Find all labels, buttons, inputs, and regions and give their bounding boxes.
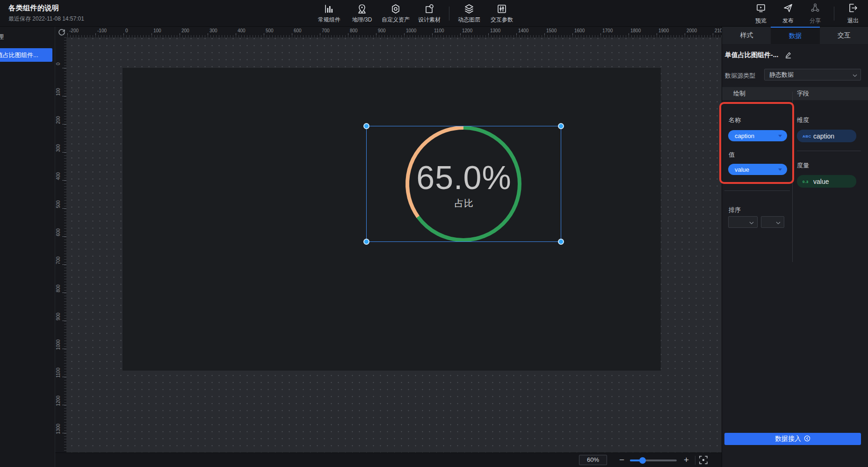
- datasource-value: 静态数据: [769, 71, 794, 79]
- map-pin-icon: [356, 3, 368, 15]
- sort-label: 排序: [729, 206, 741, 214]
- zoom-in-button[interactable]: +: [684, 453, 689, 467]
- ruler-label: 900: [378, 28, 386, 33]
- measure-chip[interactable]: 0.3 value: [797, 175, 856, 188]
- value-field-select[interactable]: value: [728, 164, 787, 175]
- ruler-label: 1300: [56, 418, 61, 440]
- caret-down-icon: [778, 168, 782, 171]
- zoom-slider-knob[interactable]: [639, 457, 646, 464]
- action-label: 预览: [755, 17, 767, 25]
- paper-plane-icon: [782, 2, 794, 15]
- edit-pencil-icon[interactable]: [785, 51, 792, 60]
- ruler-tick: [208, 33, 208, 37]
- ruler-tick: [264, 33, 264, 37]
- tab-interaction[interactable]: 交互: [820, 27, 868, 44]
- toolbar-divider: [834, 7, 834, 21]
- ruler-tick: [460, 33, 461, 37]
- layers-sidebar: 理 值占比图组件...: [0, 27, 55, 467]
- value-field-value: value: [735, 166, 749, 173]
- ruler-label: 0: [56, 53, 61, 75]
- tab-style[interactable]: 样式: [722, 27, 771, 44]
- ruler-label: 1000: [406, 28, 416, 33]
- ruler-tick: [713, 33, 713, 37]
- monitor-play-icon: [755, 2, 767, 15]
- ruler-tick: [544, 33, 545, 37]
- ruler-label: 1400: [518, 28, 528, 33]
- ruler-label: 1200: [56, 390, 61, 412]
- action-label: 退出: [847, 17, 859, 25]
- data-access-button[interactable]: 数据接入: [724, 433, 861, 445]
- tool-dynamic-layers[interactable]: 动态图层: [456, 3, 482, 24]
- subtab-draw[interactable]: 绘制: [733, 87, 745, 100]
- toolbar-center: 常规组件 地理/3D 自定义资产 设计素材: [316, 0, 515, 27]
- publish-button[interactable]: 发布: [780, 2, 796, 25]
- selection-box[interactable]: [366, 126, 561, 242]
- selection-handle-top-right[interactable]: [558, 123, 564, 129]
- name-field-value: caption: [735, 132, 754, 139]
- ruler-label: 200: [181, 28, 189, 33]
- tool-label: 交互参数: [491, 16, 513, 24]
- subtab-bar: 绘制 字段: [722, 87, 868, 100]
- last-saved-text: 最近保存 2022-11-08 14:57:01: [8, 15, 84, 23]
- subtab-fields[interactable]: 字段: [797, 87, 809, 100]
- ruler-label: 300: [56, 137, 61, 160]
- sort-field-select[interactable]: [728, 216, 758, 228]
- ruler-tick: [376, 33, 376, 37]
- selection-handle-bottom-left[interactable]: [363, 239, 369, 245]
- ruler-label: -100: [97, 28, 107, 33]
- tab-data[interactable]: 数据: [771, 27, 819, 44]
- zoom-percent-box[interactable]: 60%: [579, 455, 607, 465]
- app-window: 各类组件的说明 最近保存 2022-11-08 14:57:01 常规组件 地理…: [0, 0, 868, 467]
- toolbar-divider: [449, 7, 449, 21]
- ruler-tick: [292, 33, 292, 37]
- tool-geo-3d[interactable]: 地理/3D: [349, 3, 375, 24]
- zoom-slider[interactable]: [630, 460, 677, 461]
- ruler-tick: [62, 405, 66, 405]
- ruler-tick: [62, 321, 66, 321]
- ruler-tick: [516, 33, 517, 37]
- panel-tabs: 样式 数据 交互: [722, 27, 868, 44]
- zoom-out-button[interactable]: −: [619, 453, 624, 467]
- fit-to-screen-icon[interactable]: [698, 455, 709, 465]
- datasource-label: 数据源类型: [725, 72, 755, 80]
- tool-custom-assets[interactable]: 自定义资产: [382, 3, 410, 24]
- ruler-tick: [685, 33, 685, 37]
- exit-button[interactable]: 退出: [845, 2, 861, 25]
- name-field-select[interactable]: caption: [728, 130, 787, 141]
- dimension-label: 维度: [797, 116, 809, 124]
- ruler-tick: [180, 33, 180, 37]
- ruler-tick: [62, 292, 66, 293]
- preview-button[interactable]: 预览: [752, 2, 769, 25]
- ruler-label: 100: [153, 28, 161, 33]
- caret-down-icon: [778, 135, 782, 137]
- ruler-label: 2000: [687, 28, 697, 33]
- tool-label: 设计素材: [418, 16, 441, 24]
- ruler-label: -200: [69, 28, 79, 33]
- sidebar-item-selected[interactable]: 值占比图组件...: [0, 48, 52, 62]
- ruler-label: 2100: [715, 28, 722, 33]
- tool-interaction-params[interactable]: 交互参数: [489, 3, 515, 24]
- ruler-tick: [62, 349, 66, 349]
- ruler-label: 700: [322, 28, 330, 33]
- ruler-label: 900: [56, 306, 61, 328]
- vertical-ruler: 0100200300400500600700800900100011001200…: [55, 37, 66, 452]
- ruler-tick: [62, 208, 66, 209]
- tool-label: 常规组件: [318, 16, 340, 24]
- tool-design-materials[interactable]: 设计素材: [416, 3, 442, 24]
- dimension-field-name: caption: [813, 132, 834, 140]
- ruler-label: 1000: [56, 334, 61, 356]
- share-button[interactable]: 分享: [807, 2, 824, 25]
- datasource-select[interactable]: 静态数据: [764, 69, 861, 80]
- refresh-icon[interactable]: [57, 28, 66, 37]
- ruler-label: 1100: [56, 362, 61, 384]
- tool-regular-components[interactable]: 常规组件: [316, 3, 342, 24]
- ruler-label: 400: [56, 165, 61, 188]
- dimension-chip[interactable]: ABC caption: [797, 130, 856, 142]
- ruler-tick: [67, 33, 68, 37]
- sort-order-select[interactable]: [761, 216, 784, 228]
- ruler-tick: [236, 33, 236, 37]
- ruler-tick: [62, 236, 66, 237]
- selection-handle-top-left[interactable]: [363, 123, 369, 129]
- ruler-tick: [62, 433, 66, 433]
- selection-handle-bottom-right[interactable]: [558, 239, 564, 245]
